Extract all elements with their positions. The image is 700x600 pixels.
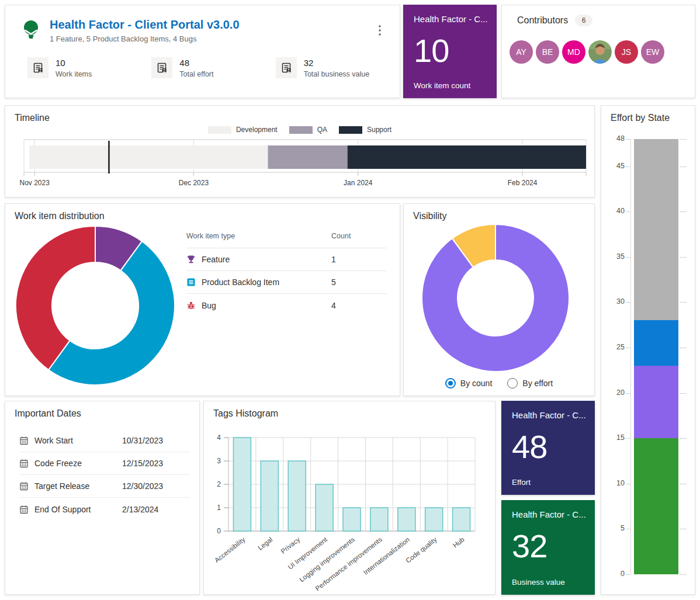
radio-by-count[interactable]: By count (445, 378, 492, 389)
histogram-bar (398, 508, 415, 531)
tile-title: Health Factor - C... (414, 14, 486, 24)
visibility-title: Visibility (404, 204, 594, 221)
work-item-count-tile: Health Factor - C... 10 Work item count (403, 5, 497, 98)
avatar-photo[interactable] (588, 40, 612, 64)
radio-button-icon[interactable] (445, 378, 456, 389)
tile-value: 32 (512, 530, 584, 563)
table-row-bug: Bug 4 (186, 294, 387, 317)
svg-text:1: 1 (217, 504, 221, 512)
svg-text:Privacy: Privacy (279, 536, 301, 555)
stat-value: 10 (56, 58, 92, 68)
tile-label: Work item count (414, 81, 470, 90)
legend-swatch (289, 126, 313, 134)
stat-total-effort: 48 Total effort (151, 57, 275, 78)
stat-value: 48 (179, 58, 213, 68)
histogram-bar (425, 508, 443, 531)
timeline-card: Timeline Development QA Support Nov 2023… (5, 105, 595, 197)
svg-text:Nov 2023: Nov 2023 (19, 179, 50, 187)
work-item-distribution-title: Work item distribution (5, 204, 400, 221)
stat-label: Work items (56, 70, 92, 78)
svg-text:Hub: Hub (452, 536, 466, 549)
svg-text:0: 0 (217, 527, 221, 535)
svg-text:Legal: Legal (257, 536, 274, 552)
work-item-icon (151, 57, 172, 78)
stat-work-items: 10 Work items (27, 57, 151, 78)
table-row-product-backlog-item: Product Backlog Item 5 (186, 271, 387, 294)
work-item-distribution-card: Work item distribution Work item type Co… (5, 203, 400, 396)
svg-text:Feb 2024: Feb 2024 (508, 179, 538, 187)
contributors-card: Contributors 6 AY BE MD JS (501, 5, 695, 98)
legend-development: Development (208, 126, 278, 134)
dashboard-canvas: Health Factor - Client Portal v3.0.0 1 F… (0, 0, 700, 600)
timeline-legend: Development QA Support (5, 126, 594, 134)
visibility-mode-options: By count By effort (404, 378, 594, 389)
timeline-phase (268, 145, 347, 169)
tile-title: Health Factor - C... (512, 410, 584, 420)
important-dates-title: Important Dates (5, 401, 199, 419)
timeline-title: Timeline (5, 106, 594, 123)
tile-label: Effort (512, 478, 531, 487)
stat-total-business-value: 32 Total business value (276, 57, 400, 78)
effort-by-state-card: Effort by State 05101520253035404548 (601, 105, 695, 595)
tile-label: Business value (512, 578, 565, 587)
avatar[interactable]: AY (510, 40, 533, 64)
histogram-bar (233, 438, 251, 531)
legend-swatch (339, 126, 362, 134)
avatar-list: AY BE MD JS EW (502, 26, 695, 64)
timeline-marker (108, 141, 110, 174)
release-summary-card: Health Factor - Client Portal v3.0.0 1 F… (5, 5, 400, 98)
calendar-icon (19, 459, 29, 468)
page-title: Health Factor - Client Portal v3.0.0 (50, 18, 240, 32)
avatar[interactable]: BE (536, 40, 559, 64)
histogram-bar (370, 508, 388, 531)
avatar[interactable]: MD (562, 40, 585, 64)
histogram-bar (316, 484, 333, 531)
tile-value: 48 (512, 431, 584, 463)
avatar[interactable]: JS (615, 40, 638, 64)
stat-label: Total business value (304, 70, 370, 78)
feature-trophy-icon (186, 255, 196, 264)
svg-text:3: 3 (217, 457, 221, 465)
effort-tile: Health Factor - C... 48 Effort (501, 401, 595, 495)
legend-support: Support (339, 126, 391, 134)
histogram-bar (288, 461, 306, 531)
tags-histogram-chart: 01234AccessibilityLegalPrivacyUI Improve… (210, 425, 490, 589)
contributors-title: Contributors (517, 15, 568, 26)
page-subtitle: 1 Feature, 5 Product Backlog Items, 4 Bu… (50, 34, 240, 43)
tags-histogram-card: Tags Histogram 01234AccessibilityLegalPr… (203, 401, 495, 595)
svg-text:Internationalization: Internationalization (362, 536, 411, 576)
date-list: Work Start 10/31/2023 Code Freeze 12/15/… (5, 429, 199, 521)
effort-by-state-chart: 05101520253035404548 (601, 139, 695, 574)
date-row-target-release: Target Release 12/30/2023 (19, 475, 190, 498)
visibility-donut (420, 223, 571, 373)
histogram-bar (343, 508, 361, 531)
svg-text:Accessibility: Accessibility (213, 536, 247, 564)
date-row-work-start: Work Start 10/31/2023 (19, 429, 190, 452)
backlog-item-icon (186, 278, 196, 287)
legend-qa: QA (289, 126, 327, 134)
table-row-feature: Feature 1 (186, 248, 387, 271)
visibility-card: Visibility By count By effort (403, 203, 595, 396)
legend-swatch (208, 126, 231, 134)
kebab-menu-icon[interactable] (375, 24, 384, 39)
balloon-release-icon (20, 19, 41, 43)
contributors-count-badge: 6 (575, 15, 592, 26)
date-row-code-freeze: Code Freeze 12/15/2023 (19, 452, 190, 475)
svg-text:Dec 2023: Dec 2023 (179, 179, 209, 187)
work-item-icon (276, 57, 297, 78)
histogram-bar (261, 461, 278, 531)
timeline-phase (348, 145, 586, 169)
work-item-type-table: Work item type Count Feature 1 (186, 232, 387, 317)
avatar[interactable]: EW (641, 40, 664, 64)
tile-title: Health Factor - C... (512, 509, 584, 519)
calendar-icon (19, 505, 29, 514)
svg-text:2: 2 (217, 480, 221, 488)
timeline-phase (29, 145, 268, 169)
important-dates-card: Important Dates Work Start 10/31/2023 (5, 401, 200, 595)
date-row-end-of-support: End Of Support 2/13/2024 (19, 498, 190, 521)
radio-button-icon[interactable] (507, 378, 518, 389)
radio-by-effort[interactable]: By effort (507, 378, 553, 389)
histogram-bar (453, 508, 470, 531)
tile-value: 10 (414, 34, 486, 67)
calendar-icon (19, 436, 29, 445)
